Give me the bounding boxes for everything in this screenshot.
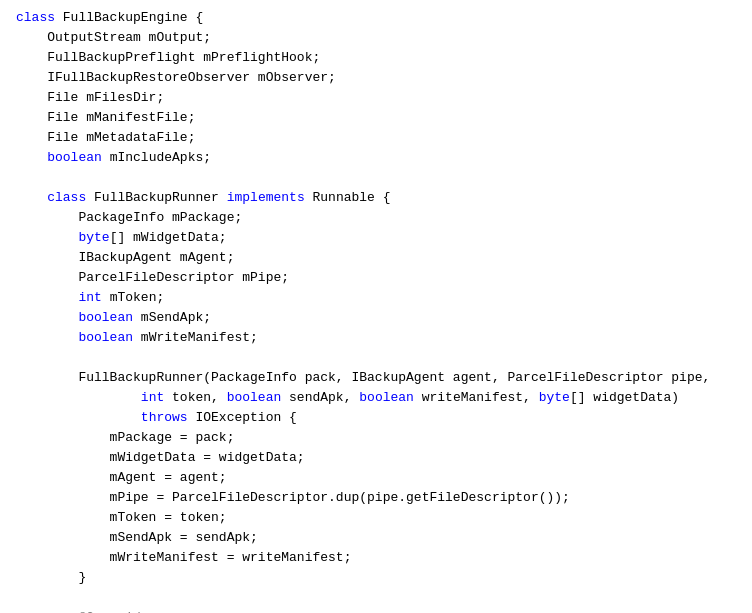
code-token — [16, 388, 141, 408]
code-token: sendApk, — [281, 388, 359, 408]
code-token: FullBackupRunner(PackageInfo pack, IBack… — [16, 368, 710, 388]
code-token: File mFilesDir; — [16, 88, 164, 108]
code-token: class — [16, 8, 55, 28]
code-token: @Override — [16, 608, 149, 613]
code-token — [16, 408, 141, 428]
code-token: FullBackupEngine { — [55, 8, 203, 28]
code-line-28: mWriteManifest = writeManifest; — [0, 548, 752, 568]
code-token: IOException { — [188, 408, 297, 428]
code-line-17: boolean mWriteManifest; — [0, 328, 752, 348]
code-line-1: class FullBackupEngine { — [0, 8, 752, 28]
code-token: writeManifest, — [414, 388, 539, 408]
code-token: mIncludeApks; — [102, 148, 211, 168]
code-token: File mManifestFile; — [16, 108, 195, 128]
code-line-6: File mManifestFile; — [0, 108, 752, 128]
code-line-8: boolean mIncludeApks; — [0, 148, 752, 168]
code-token: int — [141, 388, 164, 408]
code-line-3: FullBackupPreflight mPreflightHook; — [0, 48, 752, 68]
code-token: mAgent = agent; — [16, 468, 227, 488]
code-token: Runnable { — [305, 188, 391, 208]
code-token: } — [16, 568, 86, 588]
code-line-19: FullBackupRunner(PackageInfo pack, IBack… — [0, 368, 752, 388]
code-token: IBackupAgent mAgent; — [16, 248, 234, 268]
code-line-24: mAgent = agent; — [0, 468, 752, 488]
code-token: IFullBackupRestoreObserver mObserver; — [16, 68, 336, 88]
code-line-9 — [0, 168, 752, 188]
code-line-7: File mMetadataFile; — [0, 128, 752, 148]
code-line-10: class FullBackupRunner implements Runnab… — [0, 188, 752, 208]
code-token: mToken = token; — [16, 508, 227, 528]
code-line-4: IFullBackupRestoreObserver mObserver; — [0, 68, 752, 88]
code-line-14: ParcelFileDescriptor mPipe; — [0, 268, 752, 288]
code-line-30 — [0, 588, 752, 608]
code-line-23: mWidgetData = widgetData; — [0, 448, 752, 468]
code-token: FullBackupPreflight mPreflightHook; — [16, 48, 320, 68]
code-line-25: mPipe = ParcelFileDescriptor.dup(pipe.ge… — [0, 488, 752, 508]
code-token: mWidgetData = widgetData; — [16, 448, 305, 468]
code-token: byte — [16, 228, 110, 248]
code-token: token, — [164, 388, 226, 408]
code-line-5: File mFilesDir; — [0, 88, 752, 108]
code-line-31: @Override — [0, 608, 752, 613]
code-token: byte — [539, 388, 570, 408]
code-token: boolean — [16, 328, 133, 348]
code-token: mPackage = pack; — [16, 428, 234, 448]
code-token — [16, 188, 47, 208]
code-token: OutputStream mOutput; — [16, 28, 211, 48]
code-token: implements — [227, 188, 305, 208]
code-line-16: boolean mSendApk; — [0, 308, 752, 328]
code-token: mWriteManifest = writeManifest; — [16, 548, 351, 568]
code-line-11: PackageInfo mPackage; — [0, 208, 752, 228]
code-line-22: mPackage = pack; — [0, 428, 752, 448]
code-token: File mMetadataFile; — [16, 128, 195, 148]
code-line-18 — [0, 348, 752, 368]
code-content: class FullBackupEngine { OutputStream mO… — [0, 8, 752, 613]
code-token: [] widgetData) — [570, 388, 679, 408]
code-token: PackageInfo mPackage; — [16, 208, 242, 228]
code-token: boolean — [359, 388, 414, 408]
code-line-15: int mToken; — [0, 288, 752, 308]
code-token: class — [47, 188, 86, 208]
code-line-21: throws IOException { — [0, 408, 752, 428]
code-token: mWriteManifest; — [133, 328, 258, 348]
code-token: boolean — [16, 148, 102, 168]
code-token: mSendApk; — [133, 308, 211, 328]
code-line-12: byte[] mWidgetData; — [0, 228, 752, 248]
code-token: boolean — [16, 308, 133, 328]
code-line-27: mSendApk = sendApk; — [0, 528, 752, 548]
code-token: mSendApk = sendApk; — [16, 528, 258, 548]
code-token: [] mWidgetData; — [110, 228, 227, 248]
code-token: boolean — [227, 388, 282, 408]
code-token: mToken; — [102, 288, 164, 308]
code-token: mPipe = ParcelFileDescriptor.dup(pipe.ge… — [16, 488, 570, 508]
code-line-26: mToken = token; — [0, 508, 752, 528]
code-token: FullBackupRunner — [86, 188, 226, 208]
code-token: int — [16, 288, 102, 308]
code-line-13: IBackupAgent mAgent; — [0, 248, 752, 268]
code-token: throws — [141, 408, 188, 428]
code-token: ParcelFileDescriptor mPipe; — [16, 268, 289, 288]
code-line-20: int token, boolean sendApk, boolean writ… — [0, 388, 752, 408]
code-editor: class FullBackupEngine { OutputStream mO… — [0, 0, 752, 613]
code-line-29: } — [0, 568, 752, 588]
code-line-2: OutputStream mOutput; — [0, 28, 752, 48]
